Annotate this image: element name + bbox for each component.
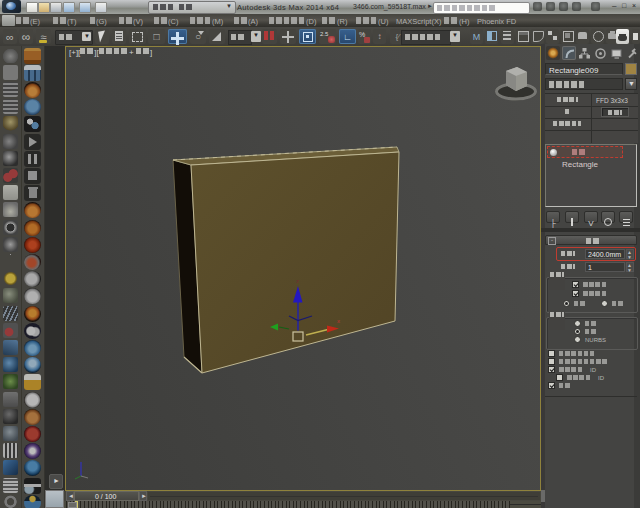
svg-text:z: z [296, 278, 299, 284]
svg-text:x: x [337, 318, 340, 324]
